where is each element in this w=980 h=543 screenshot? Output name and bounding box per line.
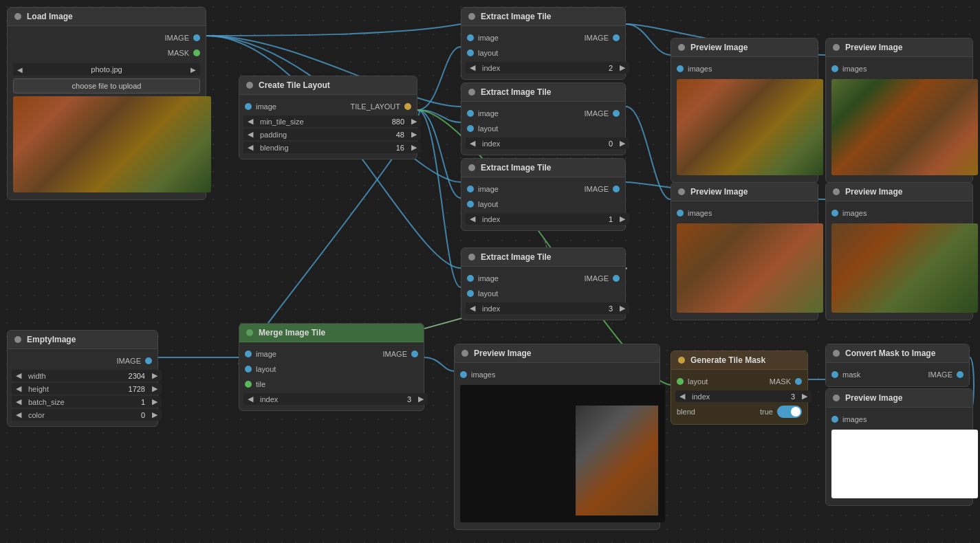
empty-image-batch: ◀ batch_size 1 ▶ (12, 396, 162, 408)
empty-image-header: EmptyImage (8, 331, 157, 349)
preview-2-images-label: images (842, 65, 967, 73)
extract-tile-3-index-label: index (479, 215, 609, 223)
extract-tile-1-index-dec[interactable]: ◀ (466, 62, 479, 74)
merge-header: Merge Image Tile (239, 324, 424, 342)
preview-center-images-label: images (471, 370, 654, 379)
load-image-arrow-right[interactable]: ▶ (190, 66, 196, 74)
empty-image-output-conn[interactable] (145, 357, 152, 364)
generate-mask-toggle-track[interactable] (777, 406, 802, 418)
empty-image-height-inc[interactable]: ▶ (148, 383, 162, 395)
extract-tile-4-title: Extract Image Tile (481, 252, 552, 262)
generate-mask-index-dec[interactable]: ◀ (675, 390, 689, 402)
convert-mask-input-label: mask (842, 370, 897, 379)
node-merge: Merge Image Tile image IMAGE layout tile… (239, 323, 424, 411)
merge-layout-conn[interactable] (245, 366, 252, 373)
extract-tile-4-output-label: IMAGE (543, 274, 609, 282)
extract-tile-3-index-dec[interactable]: ◀ (466, 213, 479, 225)
merge-index-dec[interactable]: ◀ (243, 393, 257, 405)
extract-tile-3-output-label: IMAGE (543, 185, 609, 193)
extract-tile-1-image-conn[interactable] (467, 34, 474, 41)
empty-image-height-dec[interactable]: ◀ (12, 383, 25, 395)
load-image-mask-connector[interactable] (193, 49, 200, 56)
create-tile-padding-dec[interactable]: ◀ (243, 129, 257, 140)
preview-2-title: Preview Image (845, 43, 902, 52)
convert-mask-title: Convert Mask to Image (845, 348, 935, 358)
create-tile-blending-dec[interactable]: ◀ (243, 142, 257, 153)
generate-mask-layout-conn[interactable] (677, 378, 684, 385)
extract-tile-3-layout-label: layout (478, 200, 620, 208)
generate-mask-output-conn[interactable] (795, 378, 802, 385)
create-tile-image-connector[interactable] (245, 103, 252, 110)
preview-2-images-conn[interactable] (831, 65, 838, 72)
extract-tile-3-output-conn[interactable] (613, 186, 620, 192)
generate-mask-index-inc[interactable]: ▶ (798, 390, 812, 402)
empty-image-width-dec[interactable]: ◀ (12, 370, 25, 381)
extract-tile-4-output-conn[interactable] (613, 275, 620, 282)
extract-tile-4-layout-conn[interactable] (467, 290, 474, 297)
extract-tile-1-index: ◀ index 2 ▶ (466, 62, 629, 74)
empty-image-width-inc[interactable]: ▶ (148, 370, 162, 381)
extract-tile-3-layout-conn[interactable] (467, 201, 474, 208)
load-image-image-connector[interactable] (193, 34, 200, 41)
preview-1-images-conn[interactable] (677, 65, 684, 72)
preview-bottom-header: Preview Image (826, 389, 972, 408)
create-tile-padding-inc[interactable]: ▶ (407, 129, 421, 140)
extract-tile-1-layout-conn[interactable] (467, 49, 474, 56)
empty-image-color-inc[interactable]: ▶ (148, 409, 162, 421)
merge-output-conn[interactable] (411, 351, 418, 357)
extract-tile-2-output-conn[interactable] (613, 110, 620, 117)
extract-tile-3-index-value: 1 (609, 215, 616, 223)
preview-bottom-images-conn[interactable] (831, 416, 838, 423)
extract-tile-4-body: image IMAGE layout ◀ index 3 ▶ (461, 267, 625, 320)
empty-image-color-dec[interactable]: ◀ (12, 409, 25, 421)
extract-tile-3-index-inc[interactable]: ▶ (616, 213, 629, 225)
empty-image-width: ◀ width 2304 ▶ (12, 370, 162, 381)
convert-mask-output-conn[interactable] (957, 371, 963, 378)
extract-tile-1-index-inc[interactable]: ▶ (616, 62, 629, 74)
load-image-row-mask: MASK (8, 45, 206, 60)
preview-4-title: Preview Image (845, 187, 902, 197)
create-tile-blending-inc[interactable]: ▶ (407, 142, 421, 153)
preview-4-images-conn[interactable] (831, 210, 838, 217)
empty-image-batch-dec[interactable]: ◀ (12, 396, 25, 408)
preview-center-images-conn[interactable] (460, 371, 467, 378)
merge-index-inc[interactable]: ▶ (414, 393, 428, 405)
preview-bottom-body: images (826, 408, 972, 505)
extract-tile-3-dot (468, 164, 475, 171)
generate-mask-index-label: index (689, 392, 791, 401)
create-tile-min-dec[interactable]: ◀ (243, 115, 257, 127)
node-extract-tile-1: Extract Image Tile image IMAGE layout ◀ … (461, 7, 626, 80)
empty-image-batch-inc[interactable]: ▶ (148, 396, 162, 408)
extract-tile-4-image-conn[interactable] (467, 275, 474, 282)
create-tile-title: Create Tile Layout (259, 80, 330, 90)
generate-mask-index: ◀ index 3 ▶ (675, 390, 812, 402)
merge-image-conn[interactable] (245, 351, 252, 357)
preview-3-images-conn[interactable] (677, 210, 684, 217)
empty-image-dot (14, 336, 21, 343)
load-image-selector[interactable]: ◀ photo.jpg ▶ (13, 63, 200, 76)
extract-tile-3-image-conn[interactable] (467, 186, 474, 192)
extract-tile-2-index-dec[interactable]: ◀ (466, 137, 479, 149)
extract-tile-4-index-dec[interactable]: ◀ (466, 302, 479, 314)
extract-tile-1-layout-row: layout (461, 45, 625, 60)
preview-1-images-row: images (671, 61, 818, 76)
merge-tile-conn[interactable] (245, 381, 252, 388)
create-tile-output-label: TILE_LAYOUT (328, 102, 400, 111)
preview-2-body: images (826, 57, 972, 182)
extract-tile-1-output-conn[interactable] (613, 34, 620, 41)
generate-mask-blend-toggle[interactable]: true (760, 406, 802, 418)
merge-index-value: 3 (407, 395, 414, 403)
preview-4-header: Preview Image (826, 183, 972, 201)
convert-mask-input-conn[interactable] (831, 371, 838, 378)
extract-tile-2-image-conn[interactable] (467, 110, 474, 117)
extract-tile-2-layout-conn[interactable] (467, 125, 474, 132)
extract-tile-2-index-inc[interactable]: ▶ (616, 137, 629, 149)
create-tile-body: image TILE_LAYOUT ◀ min_tile_size 880 ▶ … (239, 95, 417, 159)
convert-mask-header: Convert Mask to Image (826, 344, 969, 363)
load-image-arrow-left[interactable]: ◀ (17, 66, 23, 74)
node-canvas: Load Image IMAGE MASK ◀ photo.jpg ▶ choo… (0, 0, 980, 543)
load-image-upload-btn[interactable]: choose file to upload (13, 78, 200, 93)
create-tile-min-inc[interactable]: ▶ (407, 115, 421, 127)
create-tile-layout-connector[interactable] (404, 103, 411, 110)
extract-tile-4-index-inc[interactable]: ▶ (616, 302, 629, 314)
